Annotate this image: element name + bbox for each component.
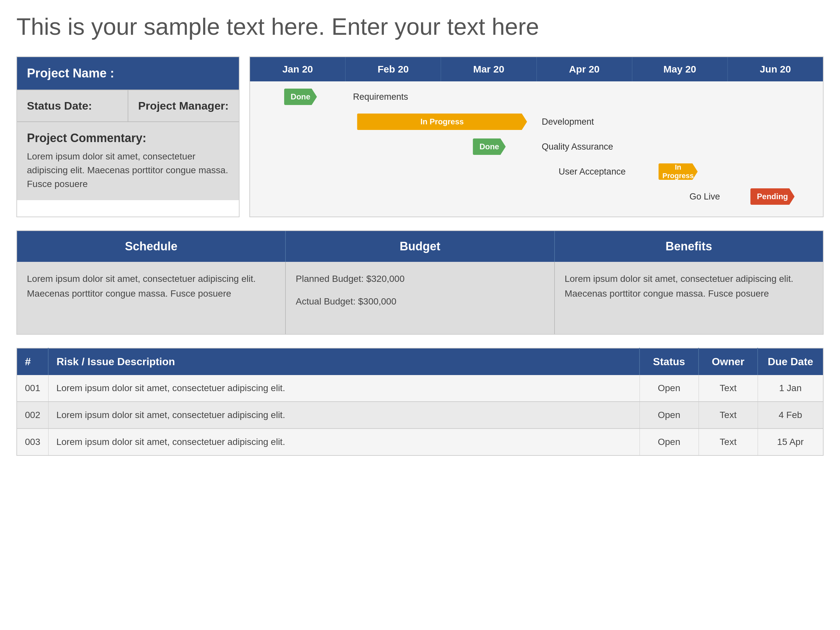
col-desc: Risk / Issue Description [48,348,639,375]
actual-budget: Actual Budget: $300,000 [296,294,544,309]
gantt-row-golive: Go Live Pending [253,186,819,207]
middle-header: Schedule Budget Benefits [17,231,823,262]
row3-num: 003 [17,428,48,455]
middle-section: Schedule Budget Benefits Lorem ipsum dol… [16,231,824,335]
benefits-header: Benefits [554,231,823,262]
gantt-month-jan: Jan 20 [250,57,345,81]
row1-num: 001 [17,375,48,402]
planned-budget: Planned Budget: $320,000 [296,272,544,286]
row1-owner: Text [699,375,758,402]
project-name-row: Project Name : [17,57,239,90]
col-duedate: Due Date [758,348,823,375]
row2-status: Open [639,402,699,428]
gantt-month-may: May 20 [632,57,728,81]
row2-duedate: 4 Feb [758,402,823,428]
middle-body: Lorem ipsum dolor sit amet, consectetuer… [17,262,823,334]
row2-desc: Lorem ipsum dolor sit amet, consectetuer… [48,402,639,428]
benefits-body: Lorem ipsum dolor sit amet, consectetuer… [554,262,823,334]
budget-body: Planned Budget: $320,000 Actual Budget: … [285,262,554,334]
uat-bar: InProgress [658,163,698,180]
risks-table-body: 001 Lorem ipsum dolor sit amet, consecte… [17,375,823,455]
development-label: Development [537,117,594,127]
col-owner: Owner [699,348,758,375]
status-date-label: Status Date: [27,99,92,112]
table-row: 001 Lorem ipsum dolor sit amet, consecte… [17,375,823,402]
gantt-row-development: In Progress Development [253,112,819,132]
project-manager-cell: Project Manager: [128,90,239,122]
col-status: Status [639,348,699,375]
row3-desc: Lorem ipsum dolor sit amet, consectetuer… [48,428,639,455]
budget-header: Budget [285,231,554,262]
golive-bar: Pending [750,188,795,205]
top-section: Project Name : Status Date: Project Mana… [16,57,824,217]
commentary-row: Project Commentary: Lorem ipsum dolor si… [17,122,239,200]
gantt-row-uat: User Acceptance InProgress [253,161,819,182]
gantt-month-jun: Jun 20 [728,57,823,81]
qa-label: Quality Assurance [537,142,613,152]
row1-desc: Lorem ipsum dolor sit amet, consectetuer… [48,375,639,402]
row2-owner: Text [699,402,758,428]
risks-table: # Risk / Issue Description Status Owner … [16,348,824,456]
status-date-cell: Status Date: [17,90,128,122]
commentary-text: Lorem ipsum dolor sit amet, consectetuer… [27,150,229,191]
info-panel: Project Name : Status Date: Project Mana… [16,57,240,217]
table-row: 002 Lorem ipsum dolor sit amet, consecte… [17,402,823,428]
schedule-body: Lorem ipsum dolor sit amet, consectetuer… [17,262,285,334]
col-num: # [17,348,48,375]
qa-bar: Done [473,139,506,155]
requirements-bar: Done [284,88,317,105]
row3-owner: Text [699,428,758,455]
gantt-row-requirements: Done Requirements [253,87,819,107]
requirements-label: Requirements [348,92,408,102]
row2-num: 002 [17,402,48,428]
project-name-label: Project Name : [27,66,114,80]
uat-label: User Acceptance [559,167,631,177]
page-title: This is your sample text here. Enter you… [16,13,824,40]
status-row: Status Date: Project Manager: [17,90,239,122]
row3-duedate: 15 Apr [758,428,823,455]
row1-duedate: 1 Jan [758,375,823,402]
schedule-header: Schedule [17,231,285,262]
table-row: 003 Lorem ipsum dolor sit amet, consecte… [17,428,823,455]
gantt-panel: Jan 20 Feb 20 Mar 20 Apr 20 May 20 Jun 2… [249,57,824,217]
gantt-body: Done Requirements In Progress Developmen… [250,81,823,216]
commentary-heading: Project Commentary: [27,131,229,145]
gantt-month-mar: Mar 20 [441,57,536,81]
development-bar: In Progress [357,114,527,130]
project-manager-label: Project Manager: [138,99,229,112]
gantt-month-apr: Apr 20 [537,57,632,81]
gantt-row-qa: Done Quality Assurance [253,136,819,157]
gantt-header: Jan 20 Feb 20 Mar 20 Apr 20 May 20 Jun 2… [250,57,823,81]
row3-status: Open [639,428,699,455]
row1-status: Open [639,375,699,402]
gantt-month-feb: Feb 20 [345,57,441,81]
golive-label: Go Live [689,192,725,202]
risks-table-header: # Risk / Issue Description Status Owner … [17,348,823,375]
